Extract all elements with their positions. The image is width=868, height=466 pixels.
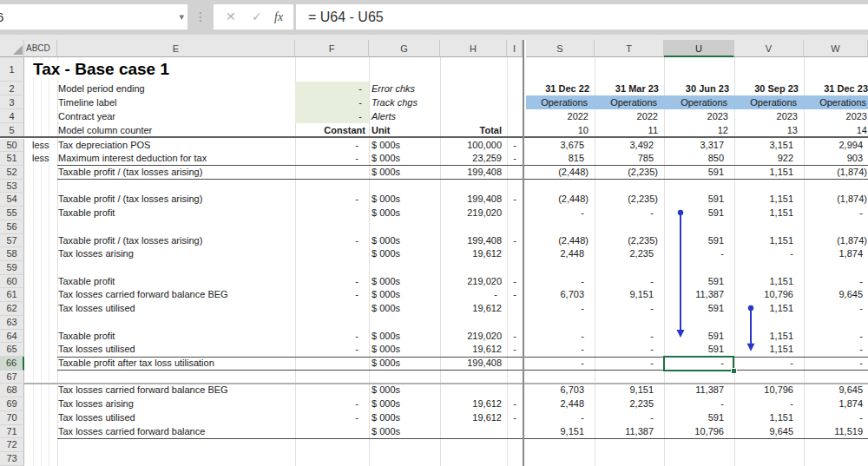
cell-F3[interactable]: - (295, 95, 369, 109)
cell-G57[interactable]: $ 000s (369, 234, 440, 248)
col-header-G[interactable]: G (369, 40, 440, 57)
row-header-70[interactable]: 70 (0, 411, 24, 425)
cell-W69[interactable]: 1,874 (804, 397, 868, 411)
cell-H65[interactable]: 19,612 (440, 343, 507, 357)
cell-G55[interactable]: $ 000s (369, 207, 440, 220)
cell-T62[interactable]: - (595, 302, 664, 316)
row-header-67[interactable]: 67 (0, 371, 24, 384)
cell-T64[interactable]: - (595, 330, 664, 344)
col-header-W[interactable]: W (804, 40, 868, 57)
row-header-63[interactable]: 63 (0, 316, 24, 330)
cell-W2[interactable]: 31 Dec 23 (804, 82, 868, 95)
row-header-4[interactable]: 4 (0, 109, 24, 123)
cell-S58[interactable]: 2,448 (526, 247, 595, 261)
row-header-64[interactable]: 64 (0, 330, 24, 344)
cell-I60[interactable]: - (507, 275, 523, 289)
cell-G69[interactable]: $ 000s (369, 397, 440, 411)
row-header-50[interactable]: 50 (0, 139, 24, 153)
row-header-66[interactable]: 66 (0, 357, 24, 371)
cell-E52[interactable]: Taxable profit / (tax losses arising) (58, 166, 294, 180)
cell-W4[interactable]: 2023 (804, 109, 868, 123)
cell-W65[interactable]: - (804, 343, 868, 357)
cell-G58[interactable]: $ 000s (369, 247, 440, 261)
cell-F60[interactable]: - (295, 275, 369, 289)
cell-E69[interactable]: Tax losses arising (58, 397, 294, 411)
cell-H60[interactable]: 219,020 (440, 275, 507, 289)
cell-G50[interactable]: $ 000s (369, 139, 440, 153)
cell-H55[interactable]: 219,020 (440, 207, 507, 220)
cell-W71[interactable]: 11,519 (804, 425, 868, 439)
cell-S62[interactable]: - (526, 302, 595, 316)
cell-G5[interactable]: Unit (369, 123, 440, 137)
row-header-60[interactable]: 60 (0, 275, 24, 289)
cell-F69[interactable]: - (295, 397, 369, 411)
cell-E60[interactable]: Taxable profit (58, 275, 294, 289)
cell-W70[interactable]: - (804, 411, 868, 425)
cell-I64[interactable]: - (507, 330, 523, 344)
cell-I50[interactable]: - (507, 139, 523, 153)
cell-S65[interactable]: - (526, 343, 595, 357)
cell-V3[interactable]: Operations (734, 95, 804, 109)
cell-G61[interactable]: $ 000s (369, 288, 440, 302)
cell-H52[interactable]: 199,408 (440, 166, 507, 180)
cell-E55[interactable]: Taxable profit (58, 207, 294, 220)
row-header-2[interactable]: 2 (0, 82, 24, 95)
selected-cell-outline[interactable] (663, 356, 734, 371)
cell-U51[interactable]: 850 (664, 152, 734, 166)
cell-E66[interactable]: Taxable profit after tax loss utilisatio… (58, 357, 294, 371)
cell-E50[interactable]: Tax depreciation POS (58, 139, 294, 153)
cell-W52[interactable]: (1,874) (804, 166, 868, 180)
cell-V60[interactable]: 1,151 (734, 275, 804, 289)
cell-F64[interactable]: - (295, 330, 369, 344)
row-header-73[interactable]: 73 (0, 452, 24, 466)
cell-U61[interactable]: 11,387 (664, 288, 734, 302)
row-header-1[interactable]: 1 (0, 57, 24, 82)
cell-T5[interactable]: 11 (595, 123, 664, 137)
cell-S66[interactable]: - (526, 357, 595, 371)
cell-G62[interactable]: $ 000s (369, 302, 440, 316)
cell-S70[interactable]: - (526, 411, 595, 425)
cell-T58[interactable]: 2,235 (595, 247, 664, 261)
cell-V5[interactable]: 13 (734, 123, 804, 137)
cell-V55[interactable]: 1,151 (734, 207, 804, 220)
cell-G60[interactable]: $ 000s (369, 275, 440, 289)
cell-U54[interactable]: 591 (664, 193, 734, 207)
cell-V54[interactable]: 1,151 (734, 193, 804, 207)
cell-U69[interactable]: - (664, 397, 734, 411)
cell-W55[interactable]: - (804, 207, 868, 220)
row-header-62[interactable]: 62 (0, 302, 24, 316)
row-header-72[interactable]: 72 (0, 438, 24, 452)
cell-H51[interactable]: 23,259 (440, 152, 507, 166)
col-header-I[interactable]: I (507, 40, 523, 57)
select-all-corner[interactable] (0, 40, 24, 57)
cell-H54[interactable]: 199,408 (440, 193, 507, 207)
cell-F61[interactable]: - (295, 288, 369, 302)
cell-W64[interactable]: - (804, 330, 868, 344)
cell-U5[interactable]: 12 (664, 123, 734, 137)
cell-V51[interactable]: 922 (734, 152, 804, 166)
cell-F54[interactable]: - (295, 193, 369, 207)
cell-E70[interactable]: Tax losses utilised (58, 411, 294, 425)
row-header-52[interactable]: 52 (0, 166, 24, 180)
cell-V64[interactable]: 1,151 (734, 330, 804, 344)
cell-G66[interactable]: $ 000s (369, 357, 440, 371)
row-header-3[interactable]: 3 (0, 95, 24, 109)
col-header-S[interactable]: S (526, 40, 595, 57)
cell-I70[interactable]: - (507, 411, 523, 425)
cell-V57[interactable]: 1,151 (734, 234, 804, 248)
cell-T55[interactable]: - (595, 207, 664, 220)
cell-H58[interactable]: 19,612 (440, 247, 507, 261)
col-header-U[interactable]: U (664, 40, 734, 57)
row-header-5[interactable]: 5 (0, 123, 24, 137)
cell-U52[interactable]: 591 (664, 166, 734, 180)
cell-S64[interactable]: - (526, 330, 595, 344)
row-header-59[interactable]: 59 (0, 261, 24, 275)
cell-T71[interactable]: 11,387 (595, 425, 664, 439)
row-header-65[interactable]: 65 (0, 343, 24, 357)
cell-W58[interactable]: 1,874 (804, 247, 868, 261)
cell-T68[interactable]: 9,151 (595, 384, 664, 397)
cell-T61[interactable]: 9,151 (595, 288, 664, 302)
cell-W5[interactable]: 14 (804, 123, 868, 137)
cell-U4[interactable]: 2023 (664, 109, 734, 123)
row-header-53[interactable]: 53 (0, 180, 24, 194)
